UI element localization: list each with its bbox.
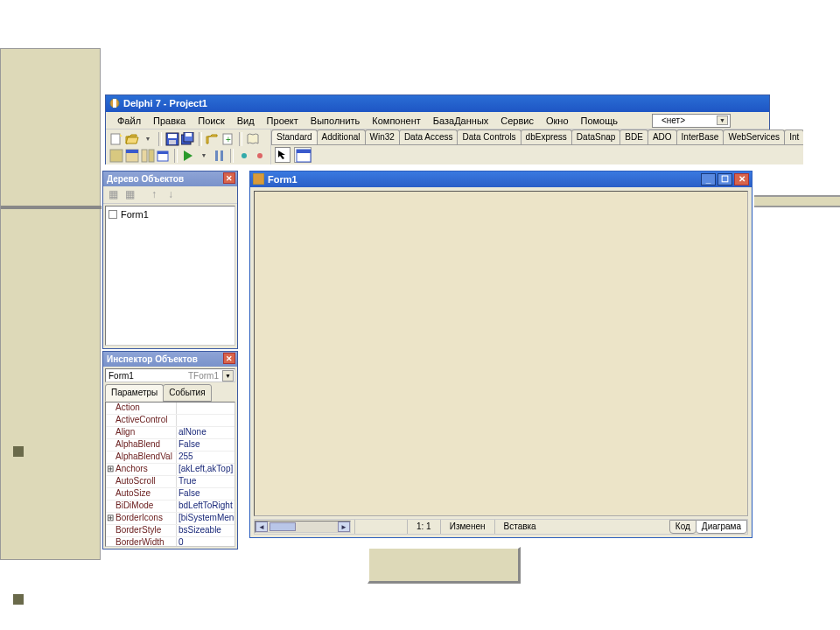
property-grid[interactable]: ActionActiveControlAlignalNoneAlphaBlend… [105, 402, 235, 547]
close-button[interactable]: ✕ [734, 173, 749, 186]
form-titlebar[interactable]: Form1 _ ☐ ✕ [250, 172, 752, 187]
inspector-title[interactable]: Инспектор Объектов ✕ [103, 352, 237, 367]
bottom-tab-diagram[interactable]: Диаграма [696, 520, 747, 534]
ide-titlebar[interactable]: Delphi 7 - Project1 [106, 95, 769, 112]
palette-tab-ado[interactable]: ADO [648, 130, 677, 144]
menu-file[interactable]: Файл [111, 114, 147, 128]
property-value[interactable]: bsSizeable [176, 525, 234, 536]
property-row[interactable]: BiDiModebdLeftToRight [106, 500, 234, 513]
inspector-object-combo[interactable]: Form1 TForm1 [105, 368, 235, 382]
property-row[interactable]: AlphaBlendFalse [106, 439, 234, 452]
property-row[interactable]: AutoScrollTrue [106, 476, 234, 488]
palette-tab-standard[interactable]: Standard [271, 130, 318, 144]
property-row[interactable]: BorderStylebsSizeable [106, 525, 234, 537]
menu-tools[interactable]: Сервис [494, 114, 540, 128]
menu-run[interactable]: Выполнить [304, 114, 366, 128]
save-all-icon[interactable] [181, 132, 195, 146]
help-icon[interactable]: ? [733, 114, 747, 128]
horizontal-scrollbar[interactable]: ◄ ► [255, 521, 351, 533]
property-row[interactable]: ⊞BorderIcons[biSystemMenu, [106, 513, 234, 525]
minimize-button[interactable]: _ [701, 173, 716, 186]
open-icon[interactable] [125, 132, 139, 146]
close-icon[interactable]: ✕ [223, 353, 235, 364]
tree-tool-1[interactable]: ▦ [106, 188, 120, 202]
dropdown-arrow-icon[interactable]: ▼ [141, 132, 155, 146]
new-form-icon[interactable] [157, 149, 171, 163]
tree-body[interactable]: Form1 [105, 206, 235, 346]
expand-icon[interactable]: ⊞ [106, 513, 115, 524]
property-row[interactable]: ActiveControl [106, 415, 234, 427]
property-row[interactable]: AutoSizeFalse [106, 488, 234, 500]
property-value[interactable]: [biSystemMenu, [176, 513, 234, 524]
property-row[interactable]: AlignalNone [106, 427, 234, 439]
run-dropdown-icon[interactable]: ▼ [197, 149, 211, 163]
property-value[interactable]: bdLeftToRight [176, 500, 234, 512]
palette-tab-webservices[interactable]: WebServices [723, 130, 785, 144]
palette-tab-additional[interactable]: Additional [317, 130, 366, 144]
palette-tab-dbexpress[interactable]: dbExpress [521, 130, 572, 144]
palette-tab-datacontrols[interactable]: Data Controls [457, 130, 521, 144]
inspector-tab-properties[interactable]: Параметры [105, 384, 164, 402]
trace-into-icon[interactable] [237, 149, 251, 163]
tree-item-form1[interactable]: Form1 [108, 209, 232, 220]
scroll-thumb[interactable] [270, 522, 296, 531]
close-icon[interactable]: ✕ [223, 172, 235, 184]
run-config-dropdown[interactable]: <нет> [652, 114, 731, 128]
add-file-icon[interactable]: + [221, 132, 235, 146]
menu-search[interactable]: Поиск [192, 114, 230, 128]
property-row[interactable]: ⊞Anchors[akLeft,akTop] [106, 464, 234, 476]
property-row[interactable]: Action [106, 402, 234, 415]
palette-component-frame[interactable] [294, 147, 312, 163]
menu-project[interactable]: Проект [261, 114, 304, 128]
tree-down-icon[interactable]: ↓ [164, 188, 178, 202]
view-unit-icon[interactable] [109, 149, 123, 163]
expand-icon[interactable]: ⊞ [106, 464, 115, 475]
new-icon[interactable] [109, 132, 123, 146]
view-form-icon[interactable] [125, 149, 139, 163]
inspector-tab-events[interactable]: События [163, 384, 211, 402]
tree-panel-title[interactable]: Дерево Объектов ✕ [103, 172, 237, 186]
menu-window[interactable]: Окно [540, 114, 575, 128]
form-design-canvas[interactable] [254, 191, 748, 516]
save-icon[interactable] [165, 132, 179, 146]
menu-help[interactable]: Помощь [575, 114, 625, 128]
gear-icon[interactable] [750, 114, 764, 128]
palette-tab-dataaccess[interactable]: Data Access [399, 130, 458, 144]
maximize-button[interactable]: ☐ [718, 173, 732, 186]
tree-tool-2[interactable]: ▦ [122, 188, 136, 202]
toggle-icon[interactable] [141, 149, 155, 163]
property-value[interactable]: 0 [176, 537, 234, 547]
palette-tab-bde[interactable]: BDE [620, 130, 648, 144]
pause-icon[interactable] [213, 149, 227, 163]
inspector-object-name: Form1 [106, 371, 188, 381]
menu-database[interactable]: БазаДанных [427, 114, 495, 128]
svg-rect-12 [186, 133, 192, 136]
scroll-left-icon[interactable]: ◄ [256, 522, 268, 532]
property-row[interactable]: AlphaBlendVal255 [106, 452, 234, 464]
scroll-right-icon[interactable]: ► [338, 522, 350, 532]
property-value[interactable]: True [176, 476, 234, 487]
palette-tab-datasnap[interactable]: DataSnap [571, 130, 620, 144]
property-value[interactable]: False [176, 488, 234, 500]
palette-tab-more[interactable]: Int [784, 130, 803, 144]
property-value[interactable] [176, 415, 234, 426]
tree-up-icon[interactable]: ↑ [147, 188, 161, 202]
open-project-icon[interactable] [206, 132, 220, 146]
bottom-tab-code[interactable]: Код [669, 520, 696, 534]
property-value[interactable]: 255 [176, 452, 234, 463]
property-value[interactable]: [akLeft,akTop] [176, 464, 234, 475]
property-value[interactable]: alNone [176, 427, 234, 438]
menu-view[interactable]: Вид [231, 114, 261, 128]
run-icon[interactable] [181, 149, 195, 163]
step-over-icon[interactable] [253, 149, 267, 163]
palette-tab-win32[interactable]: Win32 [365, 130, 400, 144]
menu-edit[interactable]: Правка [147, 114, 192, 128]
property-row[interactable]: BorderWidth0 [106, 537, 234, 547]
form-designer-window: Form1 _ ☐ ✕ ◄ ► 1: 1 Изменен Вставка Код… [249, 171, 752, 538]
property-value[interactable] [176, 402, 234, 414]
help-book-icon[interactable] [246, 132, 260, 146]
palette-tab-interbase[interactable]: InterBase [676, 130, 724, 144]
menu-component[interactable]: Компонент [366, 114, 426, 128]
property-value[interactable]: False [176, 439, 234, 451]
palette-selector-icon[interactable] [275, 147, 290, 163]
